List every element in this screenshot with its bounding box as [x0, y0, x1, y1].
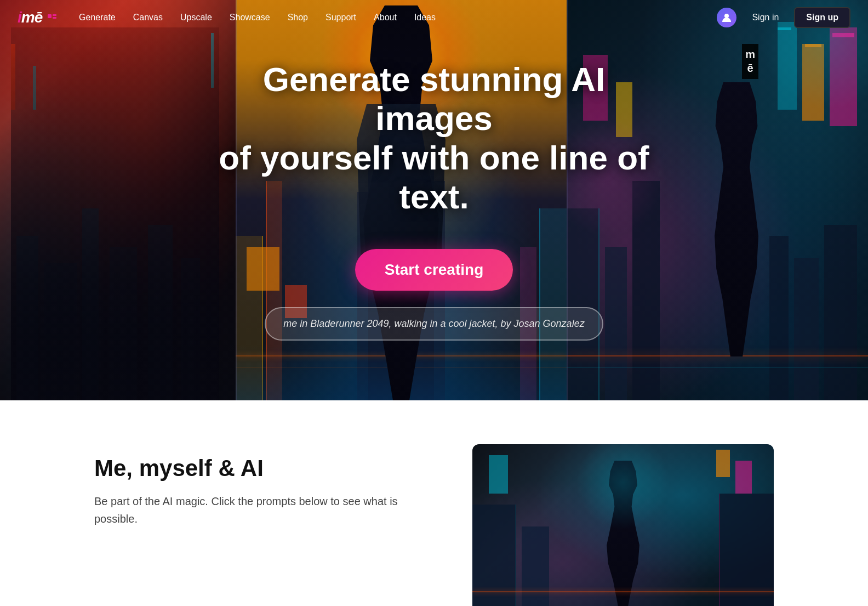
nav-link-upscale[interactable]: Upscale — [180, 13, 212, 22]
hero-prompt-wrapper: me in Bladerunner 2049, walking in a coo… — [265, 307, 603, 341]
logo-text: imē — [18, 9, 57, 26]
logo-icon — [47, 14, 57, 24]
hero-prompt-text: me in Bladerunner 2049, walking in a coo… — [283, 318, 584, 330]
hero-title-line2: of yourself with one line of text. — [219, 139, 649, 216]
hero-title: Generate stunning AI images of yourself … — [209, 60, 659, 216]
below-hero-image — [472, 444, 774, 606]
hero-content: Generate stunning AI images of yourself … — [0, 0, 868, 400]
nav-link-ideas[interactable]: Ideas — [414, 13, 436, 22]
svg-rect-1 — [53, 14, 56, 16]
nav-link-shop[interactable]: Shop — [288, 13, 308, 22]
svg-point-3 — [724, 14, 729, 18]
below-hero-title: Me, myself & AI — [94, 455, 429, 482]
nav-link-canvas[interactable]: Canvas — [133, 13, 163, 22]
hero-cta-row: Start creating — [355, 249, 513, 291]
signup-button[interactable]: Sign up — [794, 7, 850, 28]
nav-link-showcase[interactable]: Showcase — [230, 13, 270, 22]
nav-actions: Sign in Sign up — [717, 7, 850, 28]
nav-link-generate[interactable]: Generate — [79, 13, 116, 22]
below-hero-description: Be part of the AI magic. Click the promp… — [94, 492, 429, 528]
user-avatar[interactable] — [717, 8, 736, 27]
hero-headline: Generate stunning AI images of yourself … — [209, 60, 659, 216]
hero-section: B U N N 3 — [0, 0, 868, 400]
svg-rect-2 — [53, 17, 56, 19]
nav-link-about[interactable]: About — [374, 13, 397, 22]
hero-title-line1: Generate stunning AI images — [263, 60, 606, 137]
nav-links: Generate Canvas Upscale Showcase Shop Su… — [79, 13, 717, 22]
below-hero-content: Me, myself & AI Be part of the AI magic.… — [50, 444, 818, 606]
nav-link-support[interactable]: Support — [326, 13, 356, 22]
below-hero-text: Me, myself & AI Be part of the AI magic.… — [94, 444, 429, 528]
avatar-icon — [721, 12, 732, 23]
below-hero-section: Me, myself & AI Be part of the AI magic.… — [0, 400, 868, 606]
signin-button[interactable]: Sign in — [743, 8, 787, 27]
navbar: imē Generate Canvas Upscale Showcase Sho… — [0, 0, 868, 35]
logo[interactable]: imē — [18, 9, 57, 26]
start-creating-button[interactable]: Start creating — [355, 249, 513, 291]
hero-prompt-input[interactable]: me in Bladerunner 2049, walking in a coo… — [265, 307, 603, 341]
svg-rect-0 — [48, 14, 52, 18]
